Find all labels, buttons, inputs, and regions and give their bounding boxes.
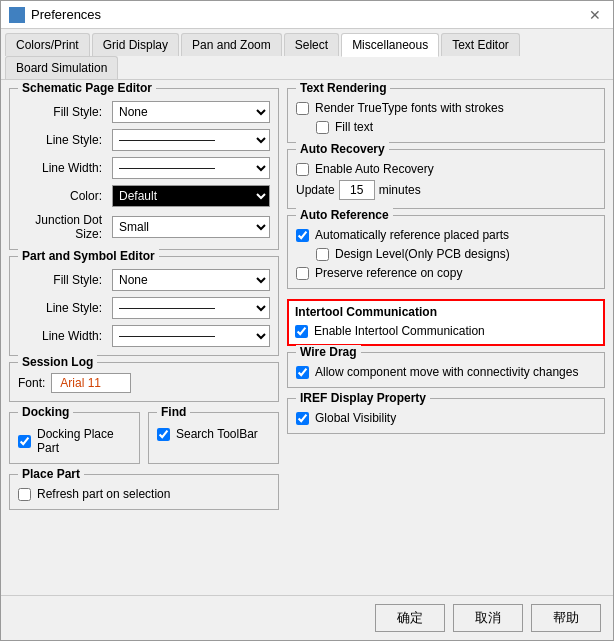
content-area: Schematic Page Editor Fill Style: None L… [1, 80, 613, 595]
line-width-select[interactable]: ———————— [112, 157, 270, 179]
color-select[interactable]: Default [112, 185, 270, 207]
part-fill-style-label: Fill Style: [18, 273, 108, 287]
junction-dot-select[interactable]: Small [112, 216, 270, 238]
part-line-style-row: Line Style: ———————— [18, 297, 270, 319]
allow-label: Allow component move with connectivity c… [315, 365, 578, 379]
auto-ref-checkbox[interactable] [296, 229, 309, 242]
auto-ref-row: Automatically reference placed parts [296, 228, 596, 242]
tab-colors-print[interactable]: Colors/Print [5, 33, 90, 56]
tab-miscellaneous[interactable]: Miscellaneous [341, 33, 439, 57]
auto-reference-title: Auto Reference [296, 208, 393, 222]
window-title: Preferences [31, 7, 585, 22]
preserve-checkbox[interactable] [296, 267, 309, 280]
search-toolbar-checkbox[interactable] [157, 428, 170, 441]
refresh-row: Refresh part on selection [18, 487, 270, 501]
place-part-group: Place Part Refresh part on selection [9, 474, 279, 510]
allow-checkbox[interactable] [296, 366, 309, 379]
render-label: Render TrueType fonts with strokes [315, 101, 504, 115]
auto-recovery-group: Auto Recovery Enable Auto Recovery Updat… [287, 149, 605, 209]
fill-style-select[interactable]: None [112, 101, 270, 123]
docking-place-part-checkbox[interactable] [18, 435, 31, 448]
tab-pan-zoom[interactable]: Pan and Zoom [181, 33, 282, 56]
update-input[interactable] [339, 180, 375, 200]
design-level-label: Design Level(Only PCB designs) [335, 247, 510, 261]
junction-dot-label: Junction Dot Size: [18, 213, 108, 241]
part-line-style-select[interactable]: ———————— [112, 297, 270, 319]
render-row: Render TrueType fonts with strokes [296, 101, 596, 115]
session-log-title: Session Log [18, 355, 97, 369]
search-toolbar-label: Search ToolBar [176, 427, 258, 441]
preferences-window: Preferences ✕ Colors/Print Grid Display … [0, 0, 614, 641]
session-log-group: Session Log Font: Arial 11 [9, 362, 279, 402]
line-style-label: Line Style: [18, 133, 108, 147]
tab-grid-display[interactable]: Grid Display [92, 33, 179, 56]
refresh-checkbox[interactable] [18, 488, 31, 501]
fill-style-label: Fill Style: [18, 105, 108, 119]
search-toolbar-row: Search ToolBar [157, 427, 270, 441]
docking-place-part-row: Docking Place Part [18, 427, 131, 455]
cancel-button[interactable]: 取消 [453, 604, 523, 632]
refresh-label: Refresh part on selection [37, 487, 170, 501]
tab-text-editor[interactable]: Text Editor [441, 33, 520, 56]
minutes-label: minutes [379, 183, 421, 197]
part-line-width-label: Line Width: [18, 329, 108, 343]
fill-text-row: Fill text [316, 120, 596, 134]
close-button[interactable]: ✕ [585, 5, 605, 25]
fill-text-checkbox[interactable] [316, 121, 329, 134]
part-line-width-row: Line Width: ———————— [18, 325, 270, 347]
enable-recovery-checkbox[interactable] [296, 163, 309, 176]
tab-board-simulation[interactable]: Board Simulation [5, 56, 118, 79]
part-line-style-label: Line Style: [18, 301, 108, 315]
allow-row: Allow component move with connectivity c… [296, 365, 596, 379]
auto-ref-label: Automatically reference placed parts [315, 228, 509, 242]
render-checkbox[interactable] [296, 102, 309, 115]
iref-group: IREF Display Property Global Visibility [287, 398, 605, 434]
line-width-label: Line Width: [18, 161, 108, 175]
tab-select[interactable]: Select [284, 33, 339, 56]
part-symbol-editor-group: Part and Symbol Editor Fill Style: None … [9, 256, 279, 356]
find-group: Find Search ToolBar [148, 412, 279, 464]
text-rendering-group: Text Rendering Render TrueType fonts wit… [287, 88, 605, 143]
right-panel: Text Rendering Render TrueType fonts wit… [287, 88, 605, 587]
intertool-enable-checkbox[interactable] [295, 325, 308, 338]
part-fill-style-select[interactable]: None [112, 269, 270, 291]
left-panel: Schematic Page Editor Fill Style: None L… [9, 88, 279, 587]
part-fill-style-row: Fill Style: None [18, 269, 270, 291]
line-style-select[interactable]: ———————— [112, 129, 270, 151]
font-display[interactable]: Arial 11 [51, 373, 131, 393]
preserve-label: Preserve reference on copy [315, 266, 462, 280]
update-row: Update minutes [296, 180, 596, 200]
tab-bar: Colors/Print Grid Display Pan and Zoom S… [1, 29, 613, 80]
global-row: Global Visibility [296, 411, 596, 425]
global-checkbox[interactable] [296, 412, 309, 425]
intertool-group: Intertool Communication Enable Intertool… [287, 299, 605, 346]
enable-recovery-label: Enable Auto Recovery [315, 162, 434, 176]
auto-reference-group: Auto Reference Automatically reference p… [287, 215, 605, 289]
schematic-page-editor-title: Schematic Page Editor [18, 81, 156, 95]
place-part-title: Place Part [18, 467, 84, 481]
ok-button[interactable]: 确定 [375, 604, 445, 632]
color-row: Color: Default [18, 185, 270, 207]
color-label: Color: [18, 189, 108, 203]
design-level-row: Design Level(Only PCB designs) [316, 247, 596, 261]
global-label: Global Visibility [315, 411, 396, 425]
footer: 确定 取消 帮助 [1, 595, 613, 640]
preserve-row: Preserve reference on copy [296, 266, 596, 280]
font-row: Font: Arial 11 [18, 373, 270, 393]
title-bar: Preferences ✕ [1, 1, 613, 29]
intertool-enable-row: Enable Intertool Communication [295, 324, 597, 338]
docking-group: Docking Docking Place Part [9, 412, 140, 464]
text-rendering-title: Text Rendering [296, 81, 390, 95]
font-label: Font: [18, 376, 45, 390]
intertool-enable-label: Enable Intertool Communication [314, 324, 485, 338]
intertool-title: Intertool Communication [295, 305, 597, 319]
part-line-width-select[interactable]: ———————— [112, 325, 270, 347]
design-level-checkbox[interactable] [316, 248, 329, 261]
docking-title: Docking [18, 405, 73, 419]
junction-dot-row: Junction Dot Size: Small [18, 213, 270, 241]
fill-style-row: Fill Style: None [18, 101, 270, 123]
part-symbol-editor-title: Part and Symbol Editor [18, 249, 159, 263]
wire-drag-title: Wire Drag [296, 345, 361, 359]
docking-find-section: Docking Docking Place Part Find Search T… [9, 412, 279, 464]
help-button[interactable]: 帮助 [531, 604, 601, 632]
